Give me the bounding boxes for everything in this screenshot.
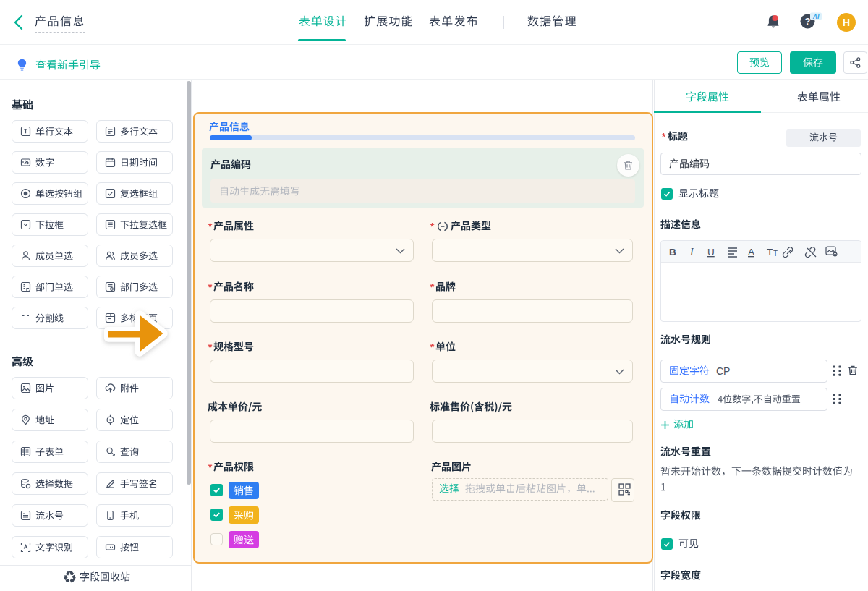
svg-text:A: A [748, 247, 754, 258]
svg-text:T: T [767, 247, 773, 258]
svg-text:B: B [669, 247, 676, 258]
svg-text:?: ? [805, 16, 811, 27]
svg-text:I: I [689, 247, 694, 258]
svg-text:U: U [707, 247, 715, 258]
svg-text:T: T [773, 250, 778, 258]
svg-text:AI: AI [812, 13, 820, 20]
